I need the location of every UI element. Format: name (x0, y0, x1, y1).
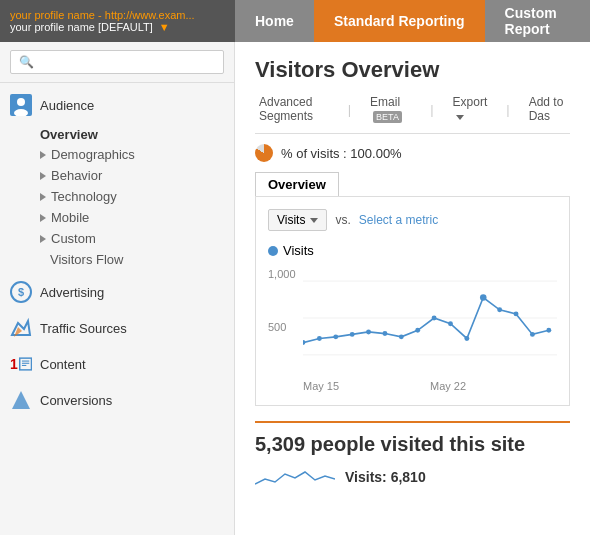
sidebar: Audience Overview Demographics Behavior … (0, 42, 235, 535)
page-title: Visitors Overview (255, 57, 570, 83)
sidebar-item-advertising[interactable]: $ Advertising (0, 274, 234, 310)
svg-point-28 (514, 311, 519, 316)
advanced-segments-btn[interactable]: Advanced Segments (255, 93, 333, 125)
svg-point-27 (497, 307, 502, 312)
sidebar-item-conversions[interactable]: Conversions (0, 382, 234, 418)
metric-visits-btn[interactable]: Visits (268, 209, 327, 231)
chart-x-labels: May 15 May 22 (268, 380, 557, 392)
svg-point-25 (464, 336, 469, 341)
svg-point-15 (303, 340, 305, 345)
add-to-dash-btn[interactable]: Add to Das (525, 93, 570, 125)
mini-chart-svg (255, 464, 335, 489)
toolbar-divider-1: | (348, 102, 351, 117)
search-box-wrap (0, 42, 234, 83)
triangle-icon (40, 193, 46, 201)
visits-dropdown-icon (310, 218, 318, 223)
sidebar-behavior[interactable]: Behavior (30, 165, 234, 186)
chart-area: Visits vs. Select a metric Visits 1,000 … (255, 196, 570, 406)
svg-point-22 (415, 328, 420, 333)
top-nav: your profile name - http://www.exam... y… (0, 0, 590, 42)
triangle-icon (40, 235, 46, 243)
sidebar-visitors-flow[interactable]: Visitors Flow (30, 249, 234, 270)
advertising-icon: $ (10, 281, 32, 303)
x-label-may15: May 15 (303, 380, 339, 392)
svg-point-26 (480, 294, 487, 301)
select-metric-btn[interactable]: Select a metric (359, 213, 438, 227)
svg-point-24 (448, 321, 453, 326)
summary-section: 5,309 people visited this site Visits: 6… (255, 421, 570, 489)
advertising-label: Advertising (40, 285, 104, 300)
svg-point-16 (317, 336, 322, 341)
beta-badge: BETA (373, 111, 402, 123)
toolbar-divider-3: | (506, 102, 509, 117)
profile-name-default: your profile name [DEFAULT] (10, 21, 153, 33)
vs-text: vs. (335, 213, 350, 227)
traffic-sources-icon (10, 317, 32, 339)
search-input[interactable] (10, 50, 224, 74)
pie-icon (255, 144, 273, 162)
chart-controls: Visits vs. Select a metric (268, 209, 557, 231)
chart-legend-label: Visits (283, 243, 314, 258)
sidebar-custom[interactable]: Custom (30, 228, 234, 249)
line-chart-wrap: 1,000 500 (268, 263, 557, 393)
sidebar-section-audience: Audience Overview Demographics Behavior … (0, 83, 234, 274)
overview-tab[interactable]: Overview (255, 172, 339, 196)
toolbar: Advanced Segments | Email BETA | Export … (255, 93, 570, 134)
svg-marker-5 (12, 321, 30, 335)
sidebar-mobile[interactable]: Mobile (30, 207, 234, 228)
sidebar-technology[interactable]: Technology (30, 186, 234, 207)
svg-point-18 (350, 332, 355, 337)
svg-point-29 (530, 332, 535, 337)
summary-title: 5,309 people visited this site (255, 433, 570, 456)
x-label-may22: May 22 (430, 380, 466, 392)
audience-label: Audience (40, 98, 94, 113)
svg-point-17 (333, 334, 338, 339)
sidebar-sub-audience: Overview Demographics Behavior Technolog… (0, 123, 234, 270)
sidebar-item-traffic-sources[interactable]: Traffic Sources (0, 310, 234, 346)
sidebar-overview[interactable]: Overview (30, 123, 234, 144)
audience-icon (10, 94, 32, 116)
traffic-sources-label: Traffic Sources (40, 321, 127, 336)
chart-legend: Visits (268, 243, 557, 258)
y-label-1000: 1,000 (268, 268, 296, 280)
visits-detail-label: Visits: 6,810 (345, 469, 426, 485)
triangle-icon (40, 151, 46, 159)
conversions-label: Conversions (40, 393, 112, 408)
conversions-icon (10, 389, 32, 411)
svg-point-19 (366, 329, 371, 334)
svg-point-30 (546, 328, 551, 333)
y-label-500: 500 (268, 321, 286, 333)
content-label: Content (40, 357, 86, 372)
profile-dropdown-icon[interactable]: ▼ (159, 21, 170, 33)
export-dropdown-icon (456, 115, 464, 120)
svg-point-20 (382, 331, 387, 336)
svg-point-1 (17, 98, 25, 106)
visits-legend-dot (268, 246, 278, 256)
profile-name-top: your profile name - http://www.exam... (10, 9, 225, 21)
export-btn[interactable]: Export (449, 93, 492, 125)
profile-area[interactable]: your profile name - http://www.exam... y… (0, 0, 235, 42)
toolbar-divider-2: | (430, 102, 433, 117)
sidebar-demographics[interactable]: Demographics (30, 144, 234, 165)
triangle-icon (40, 214, 46, 222)
line-chart-svg (303, 263, 557, 373)
visits-detail: Visits: 6,810 (255, 464, 570, 489)
nav-tabs: Home Standard Reporting Custom Report (235, 0, 590, 42)
tab-home[interactable]: Home (235, 0, 314, 42)
tab-standard[interactable]: Standard Reporting (314, 0, 485, 42)
main-layout: Audience Overview Demographics Behavior … (0, 42, 590, 535)
svg-point-21 (399, 334, 404, 339)
svg-rect-7 (20, 358, 32, 370)
content-icon: 1 (10, 353, 32, 375)
triangle-icon (40, 172, 46, 180)
sidebar-item-content[interactable]: 1 Content (0, 346, 234, 382)
svg-marker-11 (12, 391, 30, 409)
visits-percent: % of visits : 100.00% (281, 146, 402, 161)
tab-custom[interactable]: Custom Report (485, 0, 590, 42)
sidebar-item-audience[interactable]: Audience (0, 87, 234, 123)
content-area: Visitors Overview Advanced Segments | Em… (235, 42, 590, 535)
email-btn[interactable]: Email BETA (366, 93, 415, 125)
content-badge: 1 (10, 356, 18, 372)
visits-info: % of visits : 100.00% (255, 144, 570, 162)
svg-point-23 (432, 316, 437, 321)
